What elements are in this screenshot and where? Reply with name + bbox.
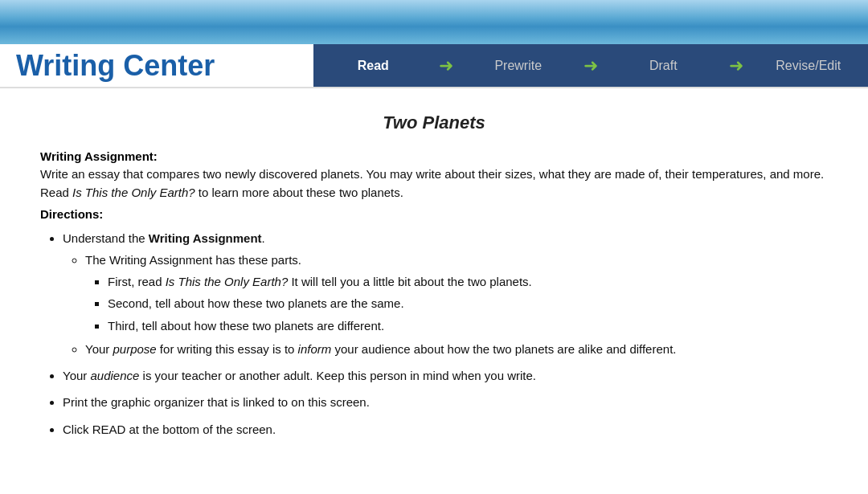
arrow-icon-2: ➜ bbox=[578, 44, 604, 87]
subsub-item-3: Third, tell about how these two planets … bbox=[108, 316, 828, 335]
header-row: Writing Center Read ➜ Prewrite ➜ Draft ➜… bbox=[0, 44, 868, 88]
sub-list-1: The Writing Assignment has these parts. … bbox=[85, 251, 828, 358]
sub-list-item-1: The Writing Assignment has these parts. … bbox=[85, 251, 828, 335]
directions-label: Directions: bbox=[40, 207, 828, 221]
subsub-item-1: First, read Is This the Only Earth? It w… bbox=[108, 272, 828, 291]
arrow-icon-3: ➜ bbox=[723, 44, 749, 87]
page-title: Two Planets bbox=[40, 112, 828, 133]
writing-center-title: Writing Center bbox=[16, 49, 215, 83]
arrow-icon-1: ➜ bbox=[433, 44, 459, 87]
subsub-list: First, read Is This the Only Earth? It w… bbox=[108, 272, 828, 335]
tab-read[interactable]: Read bbox=[313, 44, 433, 87]
tab-prewrite[interactable]: Prewrite bbox=[459, 44, 579, 87]
tab-revise-edit[interactable]: Revise/Edit bbox=[749, 44, 869, 87]
nav-tabs: Read ➜ Prewrite ➜ Draft ➜ Revise/Edit bbox=[313, 44, 868, 87]
list-item-4: Click READ at the bottom of the screen. bbox=[63, 420, 828, 439]
writing-assignment-label: Writing Assignment: bbox=[40, 149, 828, 163]
subsub-item-2: Second, tell about how these two planets… bbox=[108, 294, 828, 312]
directions-list: Understand the Writing Assignment. The W… bbox=[63, 229, 828, 439]
list-item-2: Your audience is your teacher or another… bbox=[63, 366, 828, 385]
top-banner bbox=[0, 0, 868, 44]
assignment-body: Write an essay that compares two newly d… bbox=[40, 165, 828, 202]
list-item-1: Understand the Writing Assignment. The W… bbox=[63, 229, 828, 359]
content-area: Two Planets Writing Assignment: Write an… bbox=[0, 88, 868, 471]
writing-center-logo: Writing Center bbox=[0, 44, 313, 87]
sub-list-item-2: Your purpose for writing this essay is t… bbox=[85, 340, 828, 358]
tab-draft[interactable]: Draft bbox=[604, 44, 723, 87]
list-item-3: Print the graphic organizer that is link… bbox=[63, 393, 828, 411]
